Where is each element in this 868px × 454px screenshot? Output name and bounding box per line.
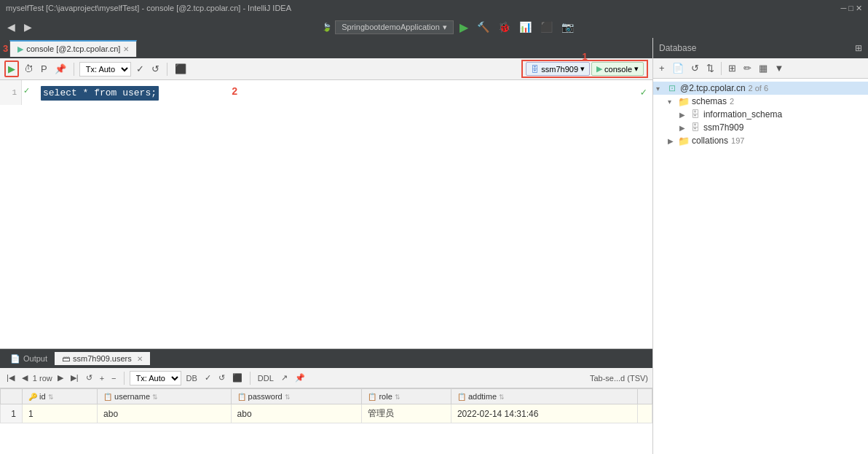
tree-item-ssm7h909[interactable]: ▶ 🗄 ssm7h909 xyxy=(653,121,868,134)
stop-button[interactable]: ⬛ xyxy=(537,20,556,34)
add-row-button[interactable]: + xyxy=(98,372,106,384)
export-button[interactable]: ↗ xyxy=(279,372,290,384)
ddl-button[interactable]: DDL xyxy=(256,372,276,384)
back-button[interactable]: ◀ xyxy=(4,20,18,34)
server-icon: ⊡ xyxy=(666,83,678,93)
first-row-button[interactable]: |◀ xyxy=(4,372,17,384)
sort-icon-password: ⇅ xyxy=(285,394,291,401)
result-sep-1 xyxy=(124,372,125,385)
results-table: 🔑 id ⇅ 📋 username ⇅ 📋 pas xyxy=(0,388,652,423)
last-row-button[interactable]: ▶| xyxy=(68,372,81,384)
tree-item-server[interactable]: ▾ ⊡ @2.tcp.cpolar.cn 2 of 6 xyxy=(653,82,868,95)
tree-arrow-info: ▶ xyxy=(679,111,690,119)
editor-tab-bar: 3 ▶ console [@2.tcp.cpolar.cn] ✕ xyxy=(0,38,652,58)
edit2-button[interactable]: ✏ xyxy=(741,61,754,75)
camera-button[interactable]: 📷 xyxy=(559,20,577,34)
tx-select[interactable]: Tx: Auto xyxy=(79,62,131,77)
tree-item-collations[interactable]: ▶ 📁 collations 197 xyxy=(653,134,868,147)
line-check-1: ✓ xyxy=(23,86,33,95)
sort-icon-username: ⇅ xyxy=(152,394,158,401)
tx-check-button[interactable]: ✓ xyxy=(134,62,146,76)
output-tab[interactable]: 📄 Output xyxy=(3,352,55,366)
db-panel-header: Database ⊞ xyxy=(653,38,868,58)
run-sql-button[interactable]: ▶ xyxy=(4,60,19,77)
tx-refresh-button[interactable]: ↺ xyxy=(149,62,162,76)
forward-button[interactable]: ▶ xyxy=(21,20,35,34)
chevron-icon: ▾ xyxy=(580,64,585,74)
db-selector-button[interactable]: 🗄 ssm7h909 ▾ xyxy=(526,62,590,76)
annotation-3: 3 xyxy=(3,44,8,53)
prev-row-button[interactable]: ◀ xyxy=(20,372,30,384)
run-app-button[interactable]: ▶ xyxy=(457,19,471,36)
annotation-2: 2 xyxy=(232,85,237,98)
param-button[interactable]: P xyxy=(39,62,50,76)
refresh-button[interactable]: ↺ xyxy=(84,372,95,384)
title-bar: myselfTest [C:\javaproject\myselfTest] -… xyxy=(0,0,868,16)
add-db-button[interactable]: + xyxy=(656,61,668,75)
grid-view-button[interactable]: ⊞ xyxy=(725,61,739,75)
stop-query-button[interactable]: ⬛ xyxy=(173,62,189,76)
build-button[interactable]: 🔨 xyxy=(474,20,492,34)
col-header-username[interactable]: 📋 username ⇅ xyxy=(98,389,231,404)
tree-item-information-schema[interactable]: ▶ 🗄 information_schema xyxy=(653,108,868,121)
cell-role-1[interactable]: 管理员 xyxy=(362,404,451,423)
remove-row-button[interactable]: − xyxy=(109,372,118,384)
right-panel: Database ⊞ + 📄 ↺ ⇅ ⊞ ✏ ▦ ▼ ▾ ⊡ @2.tcp.cp… xyxy=(653,38,868,454)
refresh-db-button[interactable]: ↺ xyxy=(688,61,702,75)
debug-button[interactable]: 🐞 xyxy=(495,20,513,34)
row-count: 1 row xyxy=(33,374,52,383)
main-container: 3 ▶ console [@2.tcp.cpolar.cn] ✕ ▶ ⏱ P 📌… xyxy=(0,38,868,454)
cell-username-1[interactable]: abo xyxy=(98,404,231,423)
col-header-role[interactable]: 📋 role ⇅ xyxy=(362,389,451,404)
line-checks: ✓ xyxy=(22,80,35,348)
tree-arrow-collations: ▶ xyxy=(668,137,678,145)
table-tab[interactable]: 🗃 ssm7h909.users ✕ xyxy=(55,352,150,365)
editor-toolbar: ▶ ⏱ P 📌 Tx: Auto ✓ ↺ ⬛ 1 🗄 ssm7h909 ▾ xyxy=(0,58,652,80)
pin-button[interactable]: 📌 xyxy=(52,62,68,76)
table-row: 1 1 abo abo 管理员 2022-02-14 14:31:46 xyxy=(1,404,652,423)
cell-id-1[interactable]: 1 xyxy=(23,404,98,423)
stop-results-button[interactable]: ⬛ xyxy=(230,372,245,384)
result-tx-select[interactable]: Tx: Auto xyxy=(130,371,181,385)
schemas-count: 2 xyxy=(730,97,734,106)
table-tab-close[interactable]: ✕ xyxy=(137,355,143,363)
db-button[interactable]: DB xyxy=(184,372,200,384)
bottom-panel: 📄 Output 🗃 ssm7h909.users ✕ |◀ ◀ 1 row ▶… xyxy=(0,348,652,454)
coverage-button[interactable]: 📊 xyxy=(516,20,534,34)
schema-icon-info: 🗄 xyxy=(690,109,701,120)
pin-results-button[interactable]: 📌 xyxy=(293,372,307,384)
schema-icon-ssm: 🗄 xyxy=(690,122,701,133)
sql-code[interactable]: select * from users; xyxy=(41,86,159,101)
db-panel-expand-icon[interactable]: ⊞ xyxy=(855,43,862,53)
sync-db-button[interactable]: ⇅ xyxy=(703,61,717,75)
editor-content[interactable]: select * from users; 2 ✓ xyxy=(35,80,652,348)
console2-button[interactable]: ▦ xyxy=(756,61,770,75)
apply-button[interactable]: ✓ xyxy=(202,372,213,384)
next-row-button[interactable]: ▶ xyxy=(55,372,66,384)
nav-left: ◀ ▶ xyxy=(4,20,35,34)
tree-item-schemas[interactable]: ▾ 📁 schemas 2 xyxy=(653,95,868,108)
app-selector[interactable]: SpringbootdemoApplication ▾ xyxy=(335,20,454,34)
col-header-password[interactable]: 📋 password ⇅ xyxy=(231,389,362,404)
title-text: myselfTest [C:\javaproject\myselfTest] -… xyxy=(6,4,291,12)
console-icon: ▶ xyxy=(596,64,602,74)
folder-icon-schemas: 📁 xyxy=(678,96,690,106)
chevron-icon2: ▾ xyxy=(634,64,639,74)
sort-icon-addtime: ⇅ xyxy=(499,394,505,401)
cell-addtime-1[interactable]: 2022-02-14 14:31:46 xyxy=(451,404,637,423)
col-header-addtime[interactable]: 📋 addtime ⇅ xyxy=(451,389,637,404)
cell-password-1[interactable]: abo xyxy=(231,404,362,423)
filter-button[interactable]: ▼ xyxy=(772,61,787,75)
console-selector-button[interactable]: ▶ console ▾ xyxy=(591,62,644,76)
console-tab-icon: ▶ xyxy=(17,44,23,54)
results-toolbar: |◀ ◀ 1 row ▶ ▶| ↺ + − Tx: Auto DB ✓ ↺ ⬛ xyxy=(0,368,652,388)
editor-tab-console[interactable]: ▶ console [@2.tcp.cpolar.cn] ✕ xyxy=(9,40,137,57)
tab-tsv-label: Tab-se...d (TSV) xyxy=(590,374,648,383)
revert-button[interactable]: ↺ xyxy=(216,372,227,384)
col-header-id[interactable]: 🔑 id ⇅ xyxy=(23,389,98,404)
history-button[interactable]: ⏱ xyxy=(22,62,36,76)
tab-close-icon[interactable]: ✕ xyxy=(123,45,129,53)
left-panel: 3 ▶ console [@2.tcp.cpolar.cn] ✕ ▶ ⏱ P 📌… xyxy=(0,38,653,454)
line-2-checkmark: ✓ xyxy=(641,86,647,99)
edit-db-button[interactable]: 📄 xyxy=(669,61,687,75)
